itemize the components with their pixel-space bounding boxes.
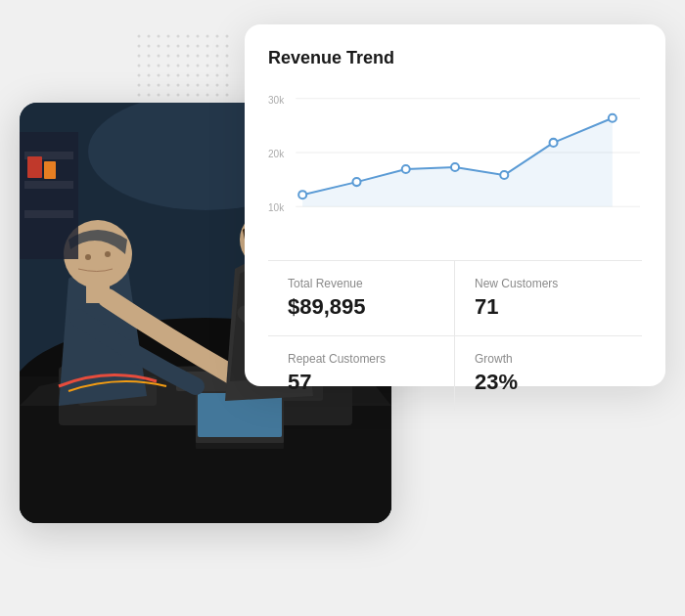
chart-title: Revenue Trend (268, 48, 642, 68)
repeat-customers-label: Repeat Customers (288, 352, 434, 366)
svg-point-42 (402, 165, 410, 173)
total-revenue-label: Total Revenue (288, 277, 434, 290)
stat-new-customers: New Customers 71 (455, 261, 642, 336)
svg-rect-29 (27, 156, 42, 178)
svg-rect-30 (44, 161, 56, 179)
svg-point-43 (451, 163, 459, 171)
svg-rect-27 (24, 181, 73, 189)
svg-text:20k: 20k (268, 149, 285, 159)
svg-point-44 (500, 171, 508, 179)
total-revenue-value: $89,895 (288, 294, 434, 320)
svg-text:30k: 30k (268, 95, 285, 106)
stat-repeat-customers: Repeat Customers 57 (268, 336, 455, 411)
growth-label: Growth (475, 352, 622, 366)
stats-grid: Total Revenue $89,895 New Customers 71 R… (268, 260, 642, 411)
svg-rect-25 (20, 132, 78, 259)
svg-rect-28 (24, 210, 73, 218)
svg-point-15 (85, 254, 91, 260)
svg-rect-17 (86, 284, 110, 303)
new-customers-label: New Customers (475, 277, 622, 290)
dashboard-card: Revenue Trend 30k 20k 10k (245, 24, 665, 386)
new-customers-value: 71 (475, 294, 622, 320)
repeat-customers-value: 57 (288, 370, 434, 395)
growth-value: 23% (475, 370, 622, 395)
stat-growth: Growth 23% (455, 336, 642, 411)
chart-area: 30k 20k 10k (268, 84, 642, 241)
svg-point-41 (352, 178, 360, 186)
svg-point-46 (609, 114, 616, 122)
svg-text:10k: 10k (268, 202, 285, 213)
svg-point-40 (298, 191, 306, 198)
svg-rect-13 (196, 443, 284, 449)
svg-point-16 (105, 251, 111, 257)
stat-total-revenue: Total Revenue $89,895 (268, 261, 455, 336)
svg-point-45 (550, 139, 558, 147)
scene-container: Revenue Trend 30k 20k 10k (20, 24, 665, 592)
